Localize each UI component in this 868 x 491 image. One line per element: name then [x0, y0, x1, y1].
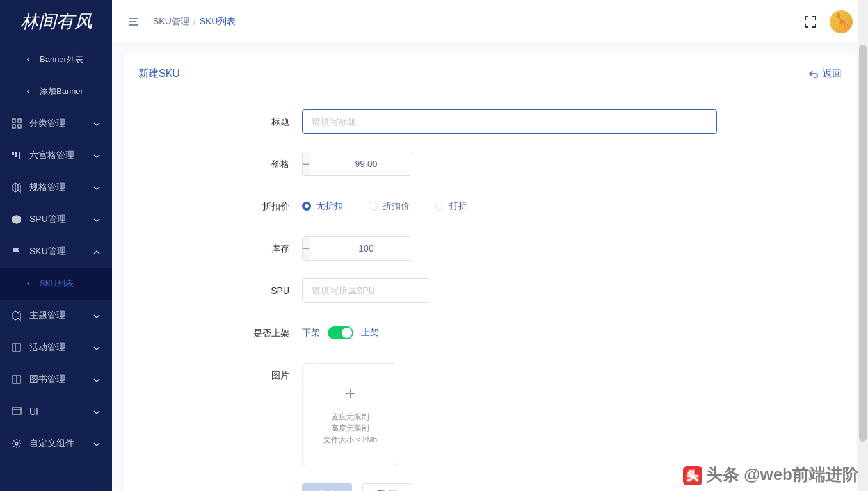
sidebar-item-ui[interactable]: UI: [0, 396, 112, 428]
chevron-down-icon: [93, 152, 100, 159]
svg-rect-6: [19, 152, 20, 159]
breadcrumb-parent[interactable]: SKU管理: [153, 16, 189, 28]
content: 新建SKU 返回 标题 价格: [112, 44, 868, 491]
sidebar-item-spu[interactable]: SPU管理: [0, 204, 112, 236]
chevron-down-icon: [93, 120, 100, 127]
sidebar-item-activity[interactable]: 活动管理: [0, 332, 112, 364]
sidebar-item-label: SPU管理: [29, 214, 93, 225]
sidebar-item-label: UI: [29, 406, 93, 417]
activity-icon: [12, 342, 22, 353]
sidebar-item-sku-list[interactable]: SKU列表: [0, 268, 112, 300]
sidebar-item-label: SKU列表: [40, 278, 100, 289]
sidebar-item-custom[interactable]: 自定义组件: [0, 428, 112, 460]
gear-icon: [12, 439, 22, 449]
radio-label: 折扣价: [383, 200, 410, 212]
chevron-down-icon: [93, 376, 100, 383]
chevron-down-icon: [93, 216, 100, 223]
uploader-hints: 宽度无限制 高度无限制 文件大小 ≤ 2Mb: [323, 411, 378, 446]
spu-input[interactable]: [302, 278, 430, 303]
sidebar-item-label: 六宫格管理: [29, 150, 93, 161]
svg-rect-11: [12, 408, 21, 414]
sidebar-item-label: 分类管理: [29, 118, 93, 129]
sidebar-item-label: 规格管理: [29, 182, 93, 193]
panel-header: 新建SKU 返回: [123, 54, 857, 94]
svg-rect-7: [13, 344, 20, 351]
radio-icon: [302, 202, 311, 211]
fullscreen-button[interactable]: [804, 15, 817, 28]
back-button[interactable]: 返回: [808, 68, 842, 80]
chevron-down-icon: [93, 408, 100, 415]
discount-radio-price[interactable]: 折扣价: [369, 200, 410, 212]
button-row: 保 存 重 置: [302, 483, 412, 491]
theme-icon: [12, 310, 22, 321]
sidebar-menu: Banner列表 添加Banner 分类管理 六宫格管理 规格管理: [0, 44, 112, 491]
avatar[interactable]: 🦒: [830, 10, 853, 33]
spu-icon: [12, 214, 22, 225]
onshelf-label: 是否上架: [123, 321, 302, 345]
svg-rect-5: [15, 152, 17, 157]
dot-icon: [27, 282, 29, 285]
discount-radio-none[interactable]: 无折扣: [302, 200, 343, 212]
radio-label: 打折: [449, 200, 467, 212]
chevron-down-icon: [93, 440, 100, 447]
menu-toggle-button[interactable]: [127, 15, 140, 28]
onshelf-on-label: 上架: [361, 327, 379, 339]
logo: 林间有风: [0, 0, 112, 44]
sidebar-item-label: 添加Banner: [40, 86, 100, 97]
form-panel: 新建SKU 返回 标题 价格: [122, 54, 858, 491]
stock-input[interactable]: [310, 237, 412, 260]
svg-rect-0: [12, 119, 15, 122]
price-decrement-button[interactable]: −: [303, 152, 310, 175]
scrollbar-thumb[interactable]: [859, 45, 867, 442]
topbar: SKU管理 / SKU列表 🦒: [112, 0, 868, 44]
sidebar-item-label: Banner列表: [40, 54, 100, 65]
svg-point-13: [15, 442, 18, 445]
sidebar-item-grid[interactable]: 六宫格管理: [0, 140, 112, 172]
sku-form: 标题 价格 − +: [123, 94, 857, 491]
sidebar: 林间有风 Banner列表 添加Banner 分类管理 六宫格管理: [0, 0, 112, 491]
sidebar-item-label: SKU管理: [29, 246, 93, 257]
svg-rect-4: [12, 152, 14, 155]
stock-label: 库存: [123, 236, 302, 261]
sidebar-item-label: 活动管理: [29, 342, 93, 353]
chevron-down-icon: [93, 344, 100, 351]
reset-button[interactable]: 重 置: [362, 483, 412, 491]
sidebar-item-label: 自定义组件: [29, 438, 93, 449]
image-uploader[interactable]: + 宽度无限制 高度无限制 文件大小 ≤ 2Mb: [302, 363, 398, 465]
sidebar-item-add-banner[interactable]: 添加Banner: [0, 76, 112, 108]
save-button[interactable]: 保 存: [302, 483, 352, 491]
sidebar-item-label: 主题管理: [29, 310, 93, 321]
flag-icon: [12, 246, 22, 257]
sidebar-item-spec[interactable]: 规格管理: [0, 172, 112, 204]
sidebar-item-category[interactable]: 分类管理: [0, 108, 112, 140]
hint-height: 高度无限制: [323, 423, 378, 434]
price-stepper: − +: [302, 152, 412, 176]
sidebar-item-theme[interactable]: 主题管理: [0, 300, 112, 332]
stock-decrement-button[interactable]: −: [303, 237, 310, 260]
radio-label: 无折扣: [316, 200, 343, 212]
sidebar-item-book[interactable]: 图书管理: [0, 364, 112, 396]
discount-radio-group: 无折扣 折扣价 打折: [302, 194, 467, 218]
scrollbar[interactable]: [858, 0, 868, 491]
dot-icon: [27, 90, 29, 93]
grid-icon: [12, 150, 22, 161]
breadcrumb: SKU管理 / SKU列表: [153, 16, 236, 28]
price-input[interactable]: [310, 152, 412, 175]
sidebar-item-banner-list[interactable]: Banner列表: [0, 44, 112, 76]
sidebar-item-sku[interactable]: SKU管理: [0, 236, 112, 268]
discount-radio-rate[interactable]: 打折: [435, 200, 467, 212]
dot-icon: [27, 58, 29, 61]
onshelf-switch[interactable]: [328, 326, 353, 339]
chevron-up-icon: [93, 248, 100, 255]
hint-width: 宽度无限制: [323, 411, 378, 423]
stock-stepper: − +: [302, 236, 412, 261]
spec-icon: [12, 182, 22, 193]
hint-size: 文件大小 ≤ 2Mb: [323, 434, 378, 446]
breadcrumb-sep: /: [193, 17, 196, 27]
price-label: 价格: [123, 152, 302, 176]
radio-icon: [369, 202, 378, 211]
topbar-right: 🦒: [804, 10, 853, 33]
title-input[interactable]: [302, 109, 717, 134]
image-label: 图片: [123, 363, 302, 387]
svg-rect-1: [18, 119, 21, 122]
